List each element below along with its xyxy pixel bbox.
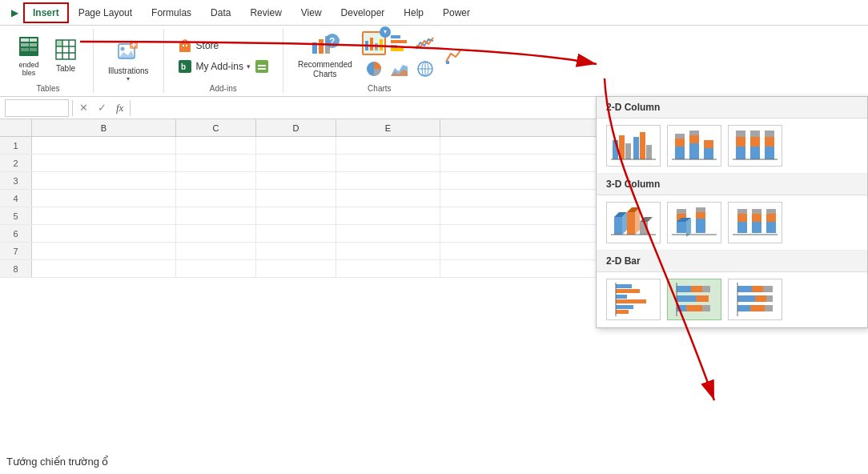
recommended-charts-button[interactable]: ? Recommended Charts: [293, 30, 357, 82]
chart-dropdown-panel: 2-D Column: [596, 96, 868, 328]
addins-items: Store b My Add-ins ▾: [174, 36, 273, 76]
cell-b8[interactable]: [32, 260, 176, 277]
cell-c3[interactable]: [176, 172, 256, 189]
svg-rect-69: [750, 131, 760, 137]
svg-rect-65: [736, 137, 745, 147]
clustered-col-icon: [611, 129, 656, 163]
cell-c1[interactable]: [176, 137, 256, 154]
tab-help[interactable]: Help: [394, 2, 433, 23]
cell-d1[interactable]: [256, 137, 336, 154]
2d-bar-header: 2-D Bar: [597, 251, 867, 272]
cell-e7[interactable]: [336, 243, 440, 259]
svg-rect-38: [391, 45, 397, 48]
cell-d7[interactable]: [256, 243, 336, 259]
svg-rect-68: [750, 137, 760, 147]
100stacked-bar-chart[interactable]: [728, 279, 782, 320]
svg-rect-72: [765, 131, 774, 137]
3d-stacked-col-chart[interactable]: [667, 202, 721, 243]
cell-d2[interactable]: [256, 155, 336, 171]
illustrations-button[interactable]: Illustrations ▾: [103, 34, 154, 86]
tab-page-layout[interactable]: Page Layout: [69, 2, 142, 23]
cell-b5[interactable]: [32, 207, 176, 224]
cell-c5[interactable]: [176, 207, 256, 224]
3d-clustered-col-chart[interactable]: [606, 202, 661, 243]
cell-d6[interactable]: [256, 225, 336, 242]
cell-b3[interactable]: [32, 172, 176, 189]
cell-c6[interactable]: [176, 225, 256, 242]
cell-e8[interactable]: [336, 260, 440, 277]
cell-d8[interactable]: [256, 260, 336, 277]
sparkline-chart-button[interactable]: [442, 44, 466, 68]
svg-rect-80: [640, 222, 648, 235]
other-chart-button[interactable]: [413, 57, 437, 81]
sparkline-icon: [444, 47, 464, 65]
cell-e6[interactable]: [336, 225, 440, 242]
svg-rect-102: [616, 284, 632, 288]
svg-rect-35: [380, 39, 383, 50]
cell-b2[interactable]: [32, 155, 176, 171]
svg-marker-79: [635, 207, 640, 235]
area-chart-button[interactable]: [388, 57, 412, 81]
tab-view[interactable]: View: [291, 2, 332, 23]
recommended-charts-icon: ?: [311, 33, 340, 60]
row-num-4: 4: [0, 190, 32, 207]
cell-b7[interactable]: [32, 243, 176, 259]
svg-rect-74: [614, 217, 622, 235]
cell-c4[interactable]: [176, 190, 256, 207]
cell-e4[interactable]: [336, 190, 440, 207]
cell-e3[interactable]: [336, 172, 440, 189]
tab-insert[interactable]: Insert: [23, 2, 69, 23]
cell-d3[interactable]: [256, 172, 336, 189]
svg-rect-57: [675, 134, 685, 139]
svg-rect-107: [616, 310, 629, 314]
tables-group-items: endedbles Table: [13, 29, 83, 82]
svg-rect-2: [30, 38, 37, 42]
store-button[interactable]: Store: [174, 36, 273, 55]
tab-developer[interactable]: Developer: [332, 2, 395, 23]
svg-rect-93: [737, 214, 747, 222]
line-chart-button[interactable]: [413, 31, 437, 55]
myadd-button[interactable]: b My Add-ins ▾: [174, 57, 273, 76]
svg-rect-109: [677, 286, 691, 292]
svg-rect-12: [56, 40, 62, 46]
cell-c2[interactable]: [176, 155, 256, 171]
100stacked-col-chart[interactable]: [728, 125, 782, 167]
clustered-bar-chart[interactable]: [606, 279, 661, 320]
cell-c8[interactable]: [176, 260, 256, 277]
cell-b6[interactable]: [32, 225, 176, 242]
tab-power[interactable]: Power: [433, 2, 480, 23]
pie-chart-button[interactable]: [362, 57, 386, 81]
cancel-button[interactable]: ✕: [76, 102, 91, 114]
cell-d4[interactable]: [256, 190, 336, 207]
cell-d5[interactable]: [256, 207, 336, 224]
stacked-bar-chart-selected[interactable]: [667, 279, 721, 320]
cell-e1[interactable]: [336, 137, 440, 154]
recommended-tables-icon: [18, 35, 40, 59]
cell-c7[interactable]: [176, 243, 256, 259]
bar-chart-button[interactable]: [388, 31, 412, 55]
line-chart-icon: [416, 34, 435, 52]
stacked-col-chart[interactable]: [667, 125, 721, 167]
tab-formulas[interactable]: Formulas: [142, 2, 201, 23]
svg-rect-6: [30, 48, 37, 51]
rec-charts-label: Recommended Charts: [298, 60, 352, 79]
tab-data[interactable]: Data: [201, 2, 240, 23]
tab-file-partial[interactable]: ▶: [6, 4, 23, 22]
tab-review[interactable]: Review: [240, 2, 291, 23]
table-button[interactable]: Table: [48, 35, 83, 76]
clustered-col-chart[interactable]: [606, 125, 661, 167]
column-chart-button[interactable]: ▾: [362, 31, 386, 55]
3d-100stacked-col-chart[interactable]: [728, 202, 782, 243]
svg-marker-81: [640, 217, 653, 222]
recommended-tables-button[interactable]: endedbles: [13, 32, 45, 80]
cell-b4[interactable]: [32, 190, 176, 207]
cell-e5[interactable]: [336, 207, 440, 224]
cell-b1[interactable]: [32, 137, 176, 154]
cell-e2[interactable]: [336, 155, 440, 171]
bar-chart-icon: [390, 34, 409, 52]
name-box[interactable]: [5, 99, 69, 117]
confirm-button[interactable]: ✓: [94, 102, 110, 114]
fx-button[interactable]: fx: [113, 102, 127, 114]
svg-rect-125: [750, 305, 765, 311]
more-charts-area: [442, 44, 466, 68]
